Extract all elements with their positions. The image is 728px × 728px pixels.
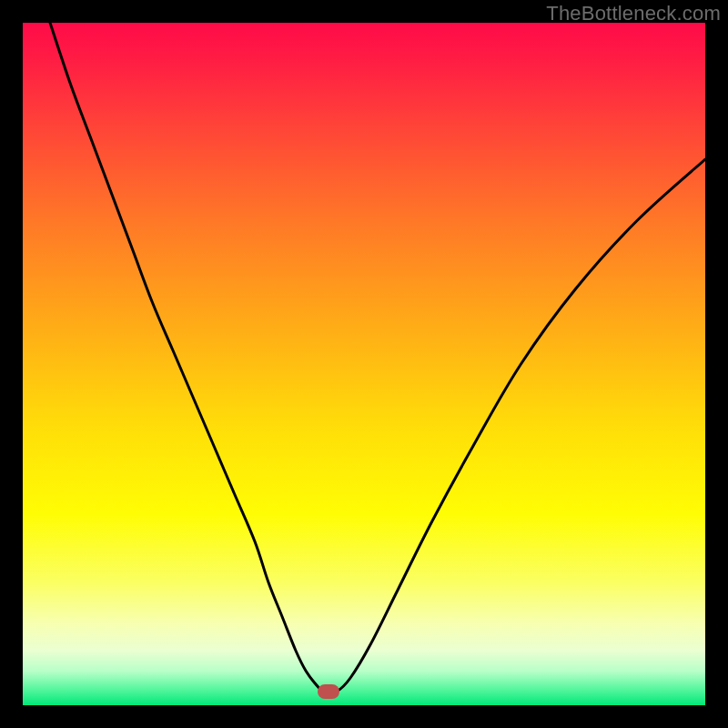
plot-area	[23, 23, 705, 705]
chart-frame: TheBottleneck.com	[0, 0, 728, 728]
bottleneck-curve	[23, 23, 705, 705]
optimum-marker	[318, 684, 339, 699]
